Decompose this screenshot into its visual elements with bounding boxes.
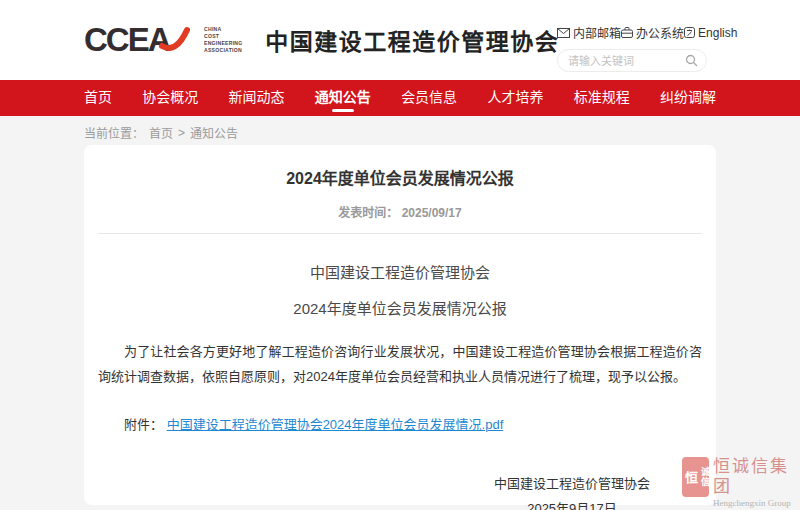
logo-sub-line: ASSOCIATION: [204, 48, 243, 54]
envelope-icon: [557, 28, 570, 38]
quick-links: 内部邮箱 办公系统 English: [557, 24, 707, 41]
header-utilities: 内部邮箱 办公系统 English: [557, 24, 707, 72]
article-paragraph: 为了让社会各方更好地了解工程造价咨询行业发展状况，中国建设工程造价管理协会根据工…: [98, 339, 702, 389]
ccea-logo-acronym: CCEA: [84, 18, 202, 62]
nav-item-news[interactable]: 新闻动态: [229, 80, 285, 116]
watermark-name-en: Hengchengxin Group: [713, 497, 800, 509]
logo-sub-line: CHINA: [204, 27, 243, 33]
article-card: 2024年度单位会员发展情况公报 发表时间： 2025/09/17 中国建设工程…: [84, 145, 716, 505]
internal-mail-link[interactable]: 内部邮箱: [557, 24, 621, 41]
watermark-name-cn: 恒诚信集团: [713, 457, 800, 497]
document-heading-title: 2024年度单位会员发展情况公报: [98, 297, 702, 318]
search-box: [557, 49, 707, 72]
logo-sub-line: COST: [204, 34, 243, 40]
ccea-logo-subtext: CHINA COST ENGINEERING ASSOCIATION: [204, 26, 249, 54]
english-link[interactable]: English: [684, 26, 737, 40]
english-label: English: [698, 26, 737, 40]
org-name-title: 中国建设工程造价管理协会: [265, 23, 559, 57]
signature-date: 2025年9月17日: [494, 496, 650, 510]
nav-item-mediation[interactable]: 纠纷调解: [660, 80, 716, 116]
search-input[interactable]: [568, 55, 685, 67]
breadcrumb: 当前位置： 首页 > 通知公告: [84, 124, 800, 141]
document-heading-org: 中国建设工程造价管理协会: [98, 261, 702, 282]
attachment-row: 附件： 中国建设工程造价管理协会2024年度单位会员发展情况.pdf: [98, 414, 702, 433]
attachment-pdf-link[interactable]: 中国建设工程造价管理协会2024年度单位会员发展情况.pdf: [167, 417, 504, 432]
office-system-link[interactable]: 办公系统: [621, 24, 684, 41]
ccea-logo-graphic: CCEA: [84, 18, 202, 62]
svg-text:CCEA: CCEA: [84, 21, 171, 58]
site-header: CCEA CHINA COST ENGINEERING ASSOCIATION …: [0, 0, 800, 80]
breadcrumb-home[interactable]: 首页: [149, 124, 173, 141]
nav-item-members[interactable]: 会员信息: [401, 80, 457, 116]
publish-time: 发表时间： 2025/09/17: [98, 203, 702, 220]
nav-item-about[interactable]: 协会概况: [142, 80, 198, 116]
site-logo[interactable]: CCEA CHINA COST ENGINEERING ASSOCIATION …: [84, 18, 559, 62]
translate-icon: [684, 27, 695, 38]
article-title: 2024年度单位会员发展情况公报: [98, 165, 702, 189]
nav-item-notices[interactable]: 通知公告: [315, 80, 371, 116]
title-divider: [98, 233, 702, 234]
signature-block: 中国建设工程造价管理协会 2025年9月17日: [98, 471, 702, 510]
briefcase-icon: [621, 27, 633, 38]
nav-item-standards[interactable]: 标准规程: [574, 80, 630, 116]
signature-org: 中国建设工程造价管理协会: [494, 471, 650, 496]
nav-item-home[interactable]: 首页: [84, 80, 112, 116]
breadcrumb-prefix: 当前位置：: [84, 124, 144, 141]
breadcrumb-separator: >: [178, 126, 185, 140]
logo-sub-line: ENGINEERING: [204, 41, 243, 47]
main-nav: 首页 协会概况 新闻动态 通知公告 会员信息 人才培养 标准规程 纠纷调解: [0, 80, 800, 116]
office-system-label: 办公系统: [636, 24, 684, 41]
breadcrumb-current[interactable]: 通知公告: [190, 124, 238, 141]
search-icon[interactable]: [685, 54, 698, 67]
internal-mail-label: 内部邮箱: [573, 24, 621, 41]
nav-item-training[interactable]: 人才培养: [487, 80, 543, 116]
attachment-label: 附件：: [124, 417, 163, 432]
